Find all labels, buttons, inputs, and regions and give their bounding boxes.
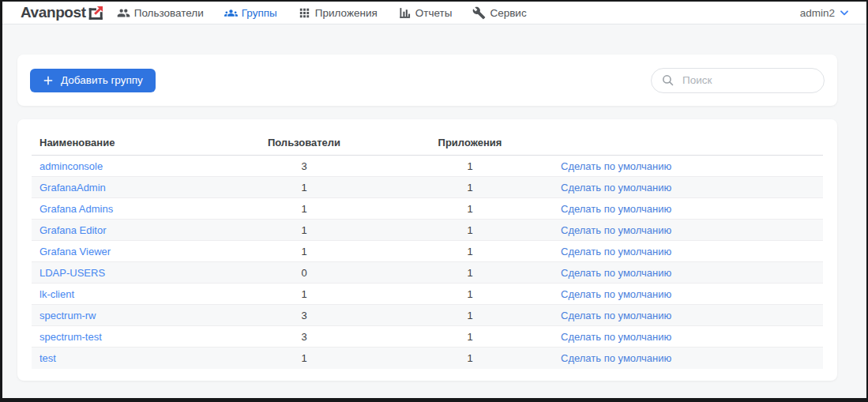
table-row: Grafana Viewer 1 1 Сделать по умолчанию	[32, 241, 823, 262]
column-header-name: Наименование	[32, 137, 229, 148]
make-default-link[interactable]: Сделать по умолчанию	[561, 352, 823, 364]
table-row: lk-client 1 1 Сделать по умолчанию	[32, 284, 823, 305]
table-row: Grafana Editor 1 1 Сделать по умолчанию	[32, 220, 823, 241]
users-count: 1	[229, 182, 379, 193]
applications-count: 1	[379, 331, 561, 343]
table-row: adminconsole 3 1 Сделать по умолчанию	[32, 156, 823, 177]
users-count: 0	[229, 267, 379, 279]
make-default-link[interactable]: Сделать по умолчанию	[561, 160, 823, 172]
table-body: adminconsole 3 1 Сделать по умолчанию Gr…	[32, 156, 823, 369]
search-icon	[661, 73, 674, 87]
group-name-link[interactable]: Grafana Viewer	[32, 246, 229, 257]
applications-count: 1	[379, 160, 561, 172]
table-row: spectrum-rw 3 1 Сделать по умолчанию	[32, 305, 823, 326]
users-count: 1	[229, 288, 379, 300]
users-count: 1	[229, 224, 379, 236]
add-group-button[interactable]: Добавить группу	[30, 69, 156, 92]
group-name-link[interactable]: LDAP-USERS	[32, 267, 229, 279]
column-header-applications: Приложения	[379, 137, 561, 148]
top-navigation-bar: Avanpost Пользователи Группы Приложения …	[2, 2, 866, 24]
nav-item-reports[interactable]: Отчеты	[398, 6, 453, 20]
search-input[interactable]	[681, 73, 814, 87]
users-count: 1	[229, 203, 379, 215]
group-name-link[interactable]: Grafana Editor	[32, 224, 229, 236]
group-name-link[interactable]: lk-client	[32, 288, 229, 300]
users-icon	[117, 6, 130, 20]
applications-count: 1	[379, 310, 561, 321]
group-name-link[interactable]: Grafana Admins	[32, 203, 229, 215]
applications-count: 1	[379, 246, 561, 257]
nav-label-applications: Приложения	[315, 7, 378, 19]
nav-label-service: Сервис	[490, 7, 526, 19]
search-box[interactable]	[651, 68, 825, 93]
nav-label-reports: Отчеты	[415, 7, 453, 19]
nav-label-groups: Группы	[242, 7, 277, 19]
plus-icon	[43, 75, 54, 86]
group-name-link[interactable]: spectrum-test	[32, 331, 229, 343]
groups-toolbar: Добавить группу	[17, 54, 837, 106]
users-count: 3	[229, 310, 379, 321]
column-header-users: Пользователи	[229, 137, 379, 148]
user-menu[interactable]: admin2	[800, 6, 851, 19]
make-default-link[interactable]: Сделать по умолчанию	[561, 182, 823, 193]
table-row: Grafana Admins 1 1 Сделать по умолчанию	[32, 198, 823, 220]
groups-table-card: Наименование Пользователи Приложения adm…	[17, 119, 837, 381]
make-default-link[interactable]: Сделать по умолчанию	[561, 331, 823, 343]
nav-label-users: Пользователи	[134, 7, 204, 19]
table-row: LDAP-USERS 0 1 Сделать по умолчанию	[32, 262, 823, 284]
table-row: GrafanaAdmin 1 1 Сделать по умолчанию	[32, 177, 823, 198]
users-count: 1	[229, 352, 379, 364]
nav-item-applications[interactable]: Приложения	[298, 6, 378, 20]
applications-count: 1	[379, 267, 561, 279]
chevron-down-icon	[838, 6, 851, 19]
add-group-label: Добавить группу	[61, 74, 143, 86]
make-default-link[interactable]: Сделать по умолчанию	[561, 203, 823, 215]
make-default-link[interactable]: Сделать по умолчанию	[561, 267, 823, 279]
make-default-link[interactable]: Сделать по умолчанию	[561, 310, 823, 321]
nav-item-users[interactable]: Пользователи	[117, 6, 204, 20]
applications-count: 1	[379, 224, 561, 236]
applications-count: 1	[379, 288, 561, 300]
users-count: 3	[229, 160, 379, 172]
group-name-link[interactable]: GrafanaAdmin	[32, 182, 229, 193]
user-name: admin2	[800, 7, 835, 19]
group-name-link[interactable]: spectrum-rw	[32, 310, 229, 321]
users-count: 3	[229, 331, 379, 343]
nav-item-groups[interactable]: Группы	[224, 6, 277, 20]
applications-count: 1	[379, 182, 561, 193]
make-default-link[interactable]: Сделать по умолчанию	[561, 288, 823, 300]
table-row: test 1 1 Сделать по умолчанию	[32, 348, 823, 369]
applications-count: 1	[379, 203, 561, 215]
users-count: 1	[229, 246, 379, 257]
make-default-link[interactable]: Сделать по умолчанию	[561, 246, 823, 257]
table-row: spectrum-test 3 1 Сделать по умолчанию	[32, 326, 823, 348]
brand-logo-icon	[88, 5, 104, 21]
reports-icon	[398, 6, 411, 20]
applications-count: 1	[379, 352, 561, 364]
nav-item-service[interactable]: Сервис	[472, 6, 526, 20]
groups-icon	[224, 6, 238, 20]
make-default-link[interactable]: Сделать по умолчанию	[561, 224, 823, 236]
apps-icon	[298, 6, 311, 20]
group-name-link[interactable]: adminconsole	[32, 160, 229, 172]
main-nav: Пользователи Группы Приложения Отчеты Се…	[117, 6, 527, 20]
brand-name: Avanpost	[21, 4, 86, 21]
brand-logo[interactable]: Avanpost	[21, 4, 104, 21]
service-icon	[472, 6, 486, 20]
table-header-row: Наименование Пользователи Приложения	[32, 130, 823, 156]
group-name-link[interactable]: test	[32, 352, 229, 364]
